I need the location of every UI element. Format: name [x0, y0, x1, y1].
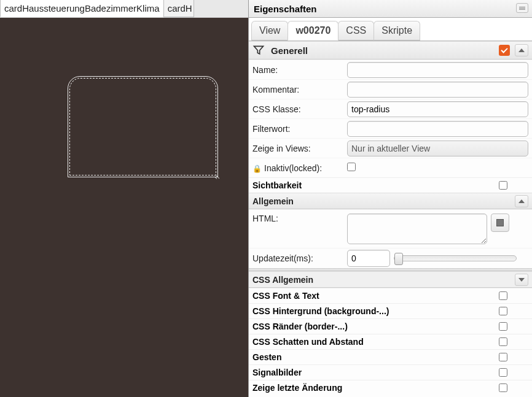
section-lastchange-title: Zeige letzte Änderung — [252, 383, 342, 393]
section-signals-title: Signalbilder — [252, 368, 302, 377]
view-tab-active[interactable]: cardHaussteuerungBadezimmerKlima — [0, 0, 163, 17]
updatetime-input[interactable] — [347, 250, 390, 267]
section-general-header[interactable]: Generell — [249, 41, 532, 60]
filterword-input[interactable] — [347, 121, 528, 137]
section-cssfont-title: CSS Font & Text — [252, 291, 319, 301]
comment-input[interactable] — [347, 82, 528, 98]
mode-tabstrip: View w00270 CSS Skripte — [249, 18, 532, 41]
section-lastchange-header[interactable]: Zeige letzte Änderung — [249, 380, 532, 395]
name-label: Name: — [252, 65, 347, 75]
html-label: HTML: — [252, 214, 347, 223]
cssborder-checkbox[interactable] — [499, 322, 507, 331]
view-tabstrip: cardHaussteuerungBadezimmerKlima cardH — [0, 0, 248, 18]
row-updatetime: Updatezeit(ms): — [249, 248, 532, 268]
properties-title: Eigenschaften — [254, 4, 317, 14]
cssclass-input[interactable] — [347, 101, 528, 117]
inactive-checkbox[interactable] — [347, 163, 356, 171]
updatetime-label: Updatezeit(ms): — [252, 253, 347, 263]
section-cssborder-header[interactable]: CSS Ränder (border-...) — [249, 318, 532, 334]
section-cssshadow-title: CSS Schatten und Abstand — [252, 337, 364, 347]
view-tab-label: cardHaussteuerungBadezimmerKlima — [4, 3, 160, 13]
tab-view[interactable]: View — [251, 21, 288, 40]
section-cssbackground-header[interactable]: CSS Hintergrund (background-...) — [249, 303, 532, 318]
row-filterword: Filterwort: — [249, 118, 532, 138]
inactive-label-text: Inaktiv(locked): — [264, 163, 322, 173]
slider-thumb[interactable] — [394, 253, 403, 265]
tab-widget[interactable]: w00270 — [288, 21, 338, 40]
name-input[interactable] — [347, 62, 528, 78]
collapse-cssgeneral-button[interactable] — [515, 274, 528, 286]
gestures-checkbox[interactable] — [499, 353, 507, 361]
tab-scripts[interactable]: Skripte — [374, 21, 420, 40]
row-html: HTML: — [249, 209, 532, 248]
canvas-area[interactable] — [0, 18, 248, 397]
tab-view-label: View — [259, 25, 280, 36]
filter-icon — [252, 44, 265, 56]
resize-handle-icon[interactable] — [213, 172, 219, 179]
section-gestures-header[interactable]: Gesten — [249, 349, 532, 364]
view-tab-next[interactable]: cardH — [163, 0, 194, 17]
canvas-pane: cardHaussteuerungBadezimmerKlima cardH — [0, 0, 248, 397]
html-edit-button[interactable] — [491, 214, 509, 232]
showinviews-value: Nur in aktueller View — [351, 144, 430, 153]
tab-scripts-label: Skripte — [381, 25, 412, 36]
section-cssfont-header[interactable]: CSS Font & Text — [249, 288, 532, 303]
tab-widget-label: w00270 — [295, 25, 331, 36]
tab-css[interactable]: CSS — [338, 21, 374, 40]
row-cssclass: CSS Klasse: — [249, 99, 532, 118]
showinviews-label: Zeige in Views: — [252, 144, 347, 153]
selected-widget[interactable] — [68, 76, 218, 177]
section-cssshadow-header[interactable]: CSS Schatten und Abstand — [249, 334, 532, 349]
comment-label: Kommentar: — [252, 85, 347, 94]
common-form: HTML: Updatezeit(ms): — [249, 209, 532, 268]
section-visibility-title: Sichtbarkeit — [252, 180, 302, 190]
collapse-general-button[interactable] — [515, 44, 528, 56]
section-gestures-title: Gesten — [252, 352, 281, 362]
tab-css-label: CSS — [346, 25, 366, 36]
filterword-label: Filterwort: — [252, 124, 347, 134]
properties-header: Eigenschaften — [249, 0, 532, 18]
general-form: Name: Kommentar: CSS Klasse: Filterwort:… — [249, 60, 532, 177]
html-textarea[interactable] — [347, 214, 487, 244]
cssclass-label: CSS Klasse: — [252, 104, 347, 114]
row-name: Name: — [249, 60, 532, 79]
showinviews-select[interactable]: Nur in aktueller View — [347, 141, 528, 156]
chevron-up-icon — [518, 199, 525, 203]
collapse-common-button[interactable] — [515, 195, 528, 207]
row-showinviews: Zeige in Views: Nur in aktueller View — [249, 138, 532, 158]
section-cssborder-title: CSS Ränder (border-...) — [252, 322, 348, 331]
cssbackground-checkbox[interactable] — [499, 307, 507, 315]
row-inactive: 🔒Inaktiv(locked): — [249, 158, 532, 177]
lock-icon: 🔒 — [252, 164, 262, 173]
cssfont-checkbox[interactable] — [499, 291, 507, 300]
section-signals-header[interactable]: Signalbilder — [249, 364, 532, 380]
section-common-title: Allgemein — [252, 196, 294, 206]
lastchange-checkbox[interactable] — [499, 384, 507, 392]
signals-checkbox[interactable] — [499, 368, 507, 377]
chevron-down-icon — [518, 278, 525, 282]
view-tab-label: cardH — [168, 3, 192, 13]
widget-selection-dashed — [69, 78, 216, 175]
section-common-header[interactable]: Allgemein — [249, 193, 532, 209]
section-general-title: Generell — [271, 45, 308, 56]
panel-grip-icon[interactable] — [516, 3, 528, 13]
section-visibility-header[interactable]: Sichtbarkeit — [249, 177, 532, 193]
properties-pane: Eigenschaften View w00270 CSS Skripte Ge… — [248, 0, 532, 397]
inactive-label: 🔒Inaktiv(locked): — [252, 163, 347, 173]
visibility-checkbox[interactable] — [499, 181, 507, 190]
chevron-up-icon — [518, 48, 525, 52]
row-comment: Kommentar: — [249, 79, 532, 99]
section-cssgeneral-title: CSS Allgemein — [252, 275, 313, 285]
square-icon — [496, 219, 504, 226]
section-cssgeneral-header[interactable]: CSS Allgemein — [249, 271, 532, 288]
cssshadow-checkbox[interactable] — [499, 337, 507, 346]
app-root: cardHaussteuerungBadezimmerKlima cardH E… — [0, 0, 532, 397]
section-cssbackground-title: CSS Hintergrund (background-...) — [252, 306, 389, 316]
active-badge-icon — [499, 45, 510, 56]
properties-scroll[interactable]: Generell Name: Kommentar: CSS Klasse: — [249, 41, 532, 397]
updatetime-slider[interactable] — [394, 255, 517, 261]
